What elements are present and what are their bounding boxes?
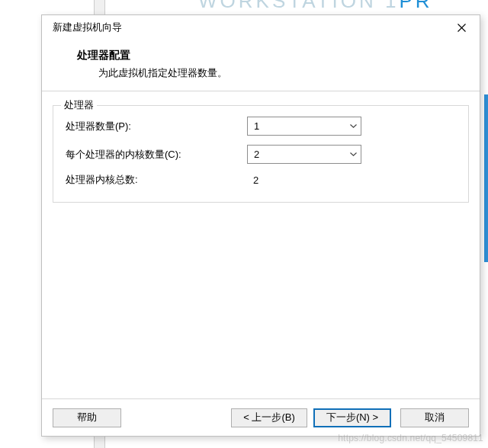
titlebar: 新建虚拟机向导 [42,15,480,40]
cores-per-processor-value: 2 [248,149,345,160]
background-app-title: WORKSTATION 1PR [198,0,433,13]
row-cores-per-processor: 每个处理器的内核数量(C): 2 [66,145,456,164]
fieldset-legend: 处理器 [61,98,97,112]
background-side-accent [484,94,488,262]
chevron-down-icon [345,152,361,156]
row-total-cores: 处理器内核总数: 2 [66,173,456,187]
cancel-button[interactable]: 取消 [400,408,469,427]
bg-title-part2: PR [399,0,432,12]
total-cores-value: 2 [247,174,258,186]
next-button[interactable]: 下一步(N) > [313,408,391,427]
page-title: 处理器配置 [77,49,452,62]
header-area: 处理器配置 为此虚拟机指定处理器数量。 [42,40,480,91]
processor-fieldset: 处理器 处理器数量(P): 1 每个处理器的内核数量(C): 2 [53,105,469,203]
row-processor-count: 处理器数量(P): 1 [66,117,456,136]
processor-count-value: 1 [248,120,345,132]
chevron-down-icon [345,124,361,128]
button-bar: 帮助 < 上一步(B) 下一步(N) > 取消 [42,399,480,436]
page-subtitle: 为此虚拟机指定处理器数量。 [98,66,452,80]
processor-count-label: 处理器数量(P): [66,120,247,133]
back-button[interactable]: < 上一步(B) [231,408,307,427]
processor-count-select[interactable]: 1 [247,117,361,136]
close-button[interactable] [449,17,474,38]
close-icon [458,24,466,32]
content-area: 处理器 处理器数量(P): 1 每个处理器的内核数量(C): 2 [42,91,480,399]
cores-per-processor-select[interactable]: 2 [247,145,361,164]
bg-title-part1: WORKSTATION 1 [198,0,399,12]
dialog-title: 新建虚拟机向导 [53,21,122,34]
help-button[interactable]: 帮助 [53,408,121,427]
cores-per-processor-label: 每个处理器的内核数量(C): [66,148,247,162]
wizard-dialog: 新建虚拟机向导 处理器配置 为此虚拟机指定处理器数量。 处理器 处理器数量(P)… [41,14,480,437]
total-cores-label: 处理器内核总数: [66,173,247,187]
